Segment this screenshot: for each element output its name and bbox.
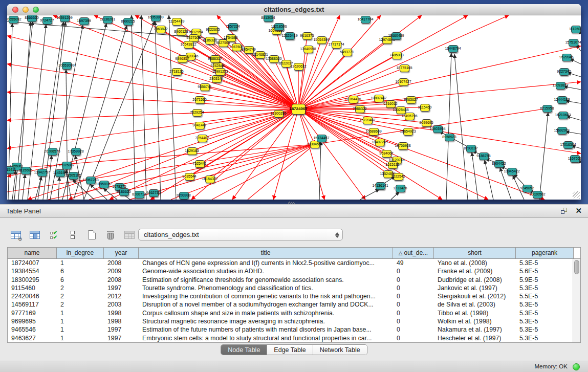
graph-node-14136141[interactable] <box>376 182 385 190</box>
graph-node-15751074[interactable] <box>569 39 578 47</box>
graph-node-3915411[interactable] <box>7 166 14 174</box>
minimize-window-button[interactable] <box>23 7 29 13</box>
graph-node-9462735[interactable] <box>149 189 159 197</box>
graph-node-9186620[interactable] <box>119 188 129 196</box>
graph-node-10391209[interactable] <box>60 15 70 22</box>
graph-node-9699695[interactable] <box>422 119 431 127</box>
graph-node-9356741[interactable] <box>200 83 210 91</box>
graph-node-8454749[interactable] <box>244 46 254 54</box>
toggle-rows-icon[interactable] <box>66 229 79 241</box>
graph-node-10688609[interactable] <box>369 128 379 136</box>
graph-node-9616375[interactable] <box>302 32 312 40</box>
graph-node-13942757[interactable] <box>37 169 47 177</box>
column-header-short[interactable]: short <box>434 248 516 258</box>
graph-node-15692971[interactable] <box>557 127 567 135</box>
graph-node-17016504[interactable] <box>563 141 573 149</box>
graph-node-9724727[interactable] <box>42 17 52 25</box>
graph-node-12505185[interactable] <box>69 172 78 180</box>
network-canvas[interactable]: 1872400779638228960128891295492226059327… <box>7 15 581 200</box>
graph-node-16495796[interactable] <box>405 113 415 120</box>
graph-node-8186328[interactable] <box>205 37 215 45</box>
graph-node-19218506[interactable] <box>274 23 284 31</box>
graph-node-8215958[interactable] <box>542 105 552 113</box>
window-titlebar[interactable]: citations_edges.txt <box>7 4 581 15</box>
graph-node-10020502[interactable] <box>533 191 542 199</box>
graph-node-2967608[interactable] <box>232 43 242 51</box>
graph-node-16210643[interactable] <box>558 112 568 119</box>
graph-node-13524851[interactable] <box>383 170 393 178</box>
column-header-in_degree[interactable]: in_degree <box>57 248 104 258</box>
graph-node-11254439[interactable] <box>172 18 182 26</box>
close-window-button[interactable] <box>12 7 18 13</box>
graph-node-1145194[interactable] <box>55 169 65 177</box>
table-row[interactable]: 1938455462009Genome-wide association stu… <box>8 267 580 275</box>
graph-node-1115685[interactable] <box>21 167 31 174</box>
graph-node-10991253[interactable] <box>215 68 225 76</box>
graph-node-7525441[interactable] <box>195 160 205 168</box>
table-row[interactable]: 911546021997Tourette syndrome. Phenomeno… <box>8 284 580 292</box>
graph-node-8200714[interactable] <box>135 191 144 199</box>
close-panel-icon[interactable]: ✕ <box>575 207 582 214</box>
graph-node-1112603[interactable] <box>571 26 581 33</box>
graph-node-7254402[interactable] <box>198 135 207 142</box>
graph-node-12444188[interactable] <box>557 96 567 104</box>
scrollbar-thumb[interactable] <box>574 260 579 274</box>
graph-node-9896857[interactable] <box>178 55 187 63</box>
graph-node-8813054[interactable] <box>264 15 273 22</box>
graph-node-16146821[interactable] <box>255 51 265 59</box>
graph-node-10975887[interactable] <box>62 162 72 169</box>
zoom-window-button[interactable] <box>33 7 39 13</box>
table-row[interactable]: 969969511998Structural magnetic resonanc… <box>8 317 580 325</box>
canvas-resize-grip[interactable] <box>573 191 580 199</box>
graph-node-7857224[interactable] <box>228 23 238 31</box>
create-table-icon[interactable] <box>85 229 98 241</box>
graph-node-7986322[interactable] <box>355 105 365 113</box>
graph-node-20655092[interactable] <box>9 16 18 24</box>
graph-node-13640958[interactable] <box>303 46 313 53</box>
table-row[interactable]: 1830029562008Estimation of significance … <box>8 276 580 284</box>
graph-node-10025438[interactable] <box>396 106 406 114</box>
graph-node-11136261[interactable] <box>103 16 113 24</box>
graph-node-16154377[interactable] <box>205 176 215 183</box>
graph-node-9635544[interactable] <box>185 173 194 181</box>
graph-node-10945422[interactable] <box>507 168 517 176</box>
graph-node-9888317[interactable] <box>210 55 220 63</box>
graph-node-7529254[interactable] <box>192 109 202 117</box>
graph-node-16417704[interactable] <box>361 16 371 24</box>
graph-node-10807447[interactable] <box>374 95 384 102</box>
graph-node-19756928[interactable] <box>398 142 408 150</box>
table-scrollbar[interactable] <box>573 259 580 342</box>
graph-node-12974893[interactable] <box>382 36 392 44</box>
graph-node-8990215[interactable] <box>123 18 133 26</box>
table-row[interactable]: 946554611997Estimation of the future num… <box>8 325 580 334</box>
delete-table-icon[interactable] <box>104 229 117 241</box>
column-header-name[interactable]: name <box>8 248 57 258</box>
graph-node-15720407[interactable] <box>363 117 373 124</box>
network-view-window[interactable]: citations_edges.txt 18724007796382289601… <box>7 4 581 200</box>
column-header-out_degree[interactable]: △out_de... <box>393 248 434 258</box>
column-header-year[interactable]: year <box>104 248 139 258</box>
graph-node-9463627[interactable] <box>406 96 416 104</box>
table-row[interactable]: 946362711997Embryonic stem cells: a mode… <box>8 334 580 342</box>
table-selector-dropdown[interactable]: citations_edges.txt <box>138 229 343 240</box>
graph-node-8793197[interactable] <box>466 145 476 152</box>
graph-node-1754686[interactable] <box>226 34 236 42</box>
graph-node-10107427[interactable] <box>399 78 408 86</box>
graph-node-8904452[interactable] <box>494 160 504 168</box>
graph-node-15134457[interactable] <box>317 135 326 142</box>
float-panel-icon[interactable] <box>561 207 568 214</box>
graph-node-2718126[interactable] <box>172 68 182 76</box>
graph-node-2671510[interactable] <box>195 96 205 104</box>
graph-node-9245052[interactable] <box>522 185 532 192</box>
graph-node-2803144[interactable] <box>212 75 222 83</box>
table-row[interactable]: 977716911998Corpus callosum shape and si… <box>8 309 580 317</box>
graph-node-7485083[interactable] <box>392 52 402 59</box>
graph-node-1615132[interactable] <box>388 161 398 169</box>
graph-node-8522037[interactable] <box>281 60 291 68</box>
graph-node-15054399[interactable] <box>317 36 326 44</box>
graph-node-9115460[interactable] <box>420 104 430 112</box>
graph-node-10958107[interactable] <box>99 181 109 188</box>
graph-node-1629163[interactable] <box>187 147 197 155</box>
graph-node-16448794[interactable] <box>448 45 458 53</box>
tab-edge-table[interactable]: Edge Table <box>267 345 313 355</box>
